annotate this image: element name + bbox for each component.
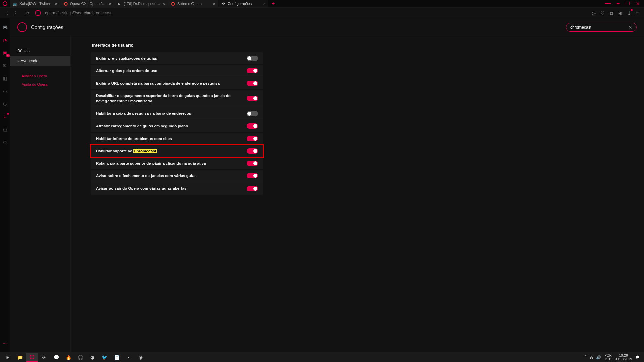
history-icon[interactable]: ◷ [2, 101, 8, 106]
tab-favicon: ⚙ [221, 1, 226, 6]
chevron-down-icon: ▾ [17, 60, 19, 63]
browser-sidebar: 🎮 ◔ ▣5 ✉ ◧ ▭ ◷ ⤓ ⬚ ⚙ ⋯ [0, 18, 10, 352]
gx-corner-icon[interactable]: 🎮 [2, 24, 8, 30]
setting-toggle[interactable] [247, 56, 258, 61]
terminal-icon[interactable]: ▪ [123, 353, 134, 362]
settings-header: Configurações ✕ [10, 18, 644, 36]
address-bar: 〈 〉 ⟳ opera://settings/?search=chromecas… [0, 8, 644, 18]
clock[interactable]: 10:2630/08/2019 [615, 354, 632, 361]
setting-label: Aviso sobre o fechamento de janelas com … [96, 173, 247, 178]
browser-tab[interactable]: ▶(176) Dr.Disrespect - Gillet...× [114, 0, 168, 7]
file-explorer-icon[interactable]: 📁 [14, 353, 26, 362]
setting-toggle[interactable] [247, 68, 258, 73]
tray-chevron-icon[interactable]: ˄ [585, 355, 587, 360]
tab-label: Opera GX | Opera forums [70, 2, 106, 6]
new-tab-button[interactable]: + [269, 0, 278, 7]
setting-toggle[interactable] [247, 111, 258, 116]
browser-tab[interactable]: ⭕Opera GX | Opera forums× [60, 0, 114, 7]
app-icon-1[interactable]: 🔥 [62, 353, 74, 362]
discord-icon[interactable]: 🎧 [75, 353, 86, 362]
telegram-icon[interactable]: ✈ [38, 353, 50, 362]
action-center-icon[interactable]: 💬 [635, 355, 639, 359]
settings-title: Configurações [31, 24, 63, 30]
setting-row: Rolar para a parte superior da página cl… [91, 157, 263, 170]
setting-label: Desabilitar o espaçamento superior da ba… [96, 93, 247, 104]
forward-button[interactable]: 〉 [13, 10, 20, 16]
browser-tab[interactable]: ⭕Sobre o Opera× [168, 0, 218, 7]
close-window-button[interactable]: ✕ [636, 1, 640, 6]
maximize-button[interactable]: ❐ [626, 1, 630, 6]
setting-label: Habilitar a caixa de pesquisa na barra d… [96, 111, 247, 116]
setting-row: Habilitar informe de problemas com sites [91, 133, 263, 145]
twitch-icon[interactable]: ▣5 [2, 50, 8, 55]
workspaces-icon[interactable]: ▭ [2, 88, 8, 94]
setting-row: Aviso sobre o fechamento de janelas com … [91, 170, 263, 182]
tab-label: (176) Dr.Disrespect - Gillet... [124, 2, 160, 6]
search-highlight: Chromecast [133, 149, 156, 153]
gx-control-icon[interactable] [605, 3, 611, 4]
limiter-icon[interactable]: ◔ [2, 37, 8, 43]
setting-toggle[interactable] [247, 96, 258, 101]
network-icon[interactable]: 🖧 [589, 355, 593, 360]
nav-advanced[interactable]: ▾Avançado [10, 56, 70, 66]
address-field[interactable]: opera://settings/?search=chromecast [45, 11, 588, 15]
easy-setup-icon[interactable]: ≡ [636, 10, 639, 16]
settings-search-input[interactable] [570, 25, 628, 30]
snapshot-icon[interactable]: ◎ [592, 10, 596, 16]
tab-close-icon[interactable]: × [263, 1, 266, 6]
whatsapp-icon[interactable]: 💬 [50, 353, 62, 362]
extension-icon-2[interactable]: ◉ [618, 10, 622, 16]
clear-search-icon[interactable]: ✕ [628, 24, 632, 30]
browser-tab[interactable]: 📺KabajiOW - Twitch× [10, 0, 60, 7]
site-identity-icon[interactable] [35, 10, 41, 16]
help-opera-link[interactable]: Ajuda do Opera [10, 80, 70, 88]
setting-toggle[interactable] [247, 81, 258, 86]
steam-icon[interactable]: ◕ [87, 353, 98, 362]
setting-toggle[interactable] [247, 136, 258, 141]
downloads-icon[interactable]: ⤓ [627, 10, 631, 16]
opera-gx-taskbar-icon[interactable] [26, 353, 38, 362]
start-button[interactable]: ⊞ [2, 353, 13, 362]
setting-row: Exibir pré-visualizações de guias [91, 52, 263, 65]
tab-close-icon[interactable]: × [109, 1, 111, 6]
back-button[interactable]: 〈 [3, 10, 9, 16]
heart-icon[interactable]: ♡ [600, 10, 605, 16]
app-icon-2[interactable]: 🐦 [99, 353, 110, 362]
settings-sidebar-icon[interactable]: ⚙ [2, 139, 8, 145]
chrome-icon[interactable]: ◉ [135, 353, 146, 362]
system-tray[interactable]: ˄ 🖧 🔊 PORPTB 10:2630/08/2019 💬 [585, 354, 642, 361]
opera-menu-button[interactable] [0, 0, 10, 8]
extension-icon-1[interactable]: ▦ [609, 10, 614, 16]
setting-toggle[interactable] [247, 173, 258, 178]
messenger-sidebar-icon[interactable]: ◧ [2, 75, 8, 81]
opera-logo-icon [17, 22, 27, 32]
setting-row: Avisar ao sair do Opera com várias guias… [91, 182, 263, 195]
tab-close-icon[interactable]: × [213, 1, 215, 6]
tab-favicon: ⭕ [171, 1, 175, 6]
browser-tab[interactable]: ⚙Configurações× [218, 0, 269, 7]
setting-toggle[interactable] [247, 123, 258, 129]
minimize-button[interactable]: ━ [617, 1, 619, 6]
settings-content: Interface de usuário Exibir pré-visualiz… [71, 36, 644, 352]
app-icon-3[interactable]: 📄 [111, 353, 122, 362]
setting-toggle[interactable] [247, 186, 258, 191]
language-indicator[interactable]: PORPTB [604, 354, 612, 361]
setting-toggle[interactable] [247, 161, 258, 166]
setting-row: Habilitar a caixa de pesquisa na barra d… [91, 107, 263, 120]
rate-opera-link[interactable]: Avaliar o Opera [10, 72, 70, 80]
setting-row: Alternar guias pela ordem de uso [91, 65, 263, 77]
extensions-icon[interactable]: ⬚ [2, 126, 8, 132]
whatsapp-sidebar-icon[interactable]: ✉ [2, 63, 8, 68]
nav-basic[interactable]: Básico [10, 46, 70, 56]
window-controls: ━ ❐ ✕ [605, 1, 644, 6]
section-title-ui: Interface de usuário [91, 43, 624, 48]
setting-toggle[interactable] [247, 148, 258, 154]
sidebar-more-icon[interactable]: ⋯ [3, 341, 7, 346]
tab-close-icon[interactable]: × [162, 1, 165, 6]
downloads-sidebar-icon[interactable]: ⤓ [2, 114, 8, 119]
reload-button[interactable]: ⟳ [24, 10, 31, 16]
volume-icon[interactable]: 🔊 [596, 355, 601, 360]
settings-search-box[interactable]: ✕ [566, 23, 637, 32]
tab-label: Configurações [228, 2, 261, 6]
tab-close-icon[interactable]: × [55, 1, 57, 6]
